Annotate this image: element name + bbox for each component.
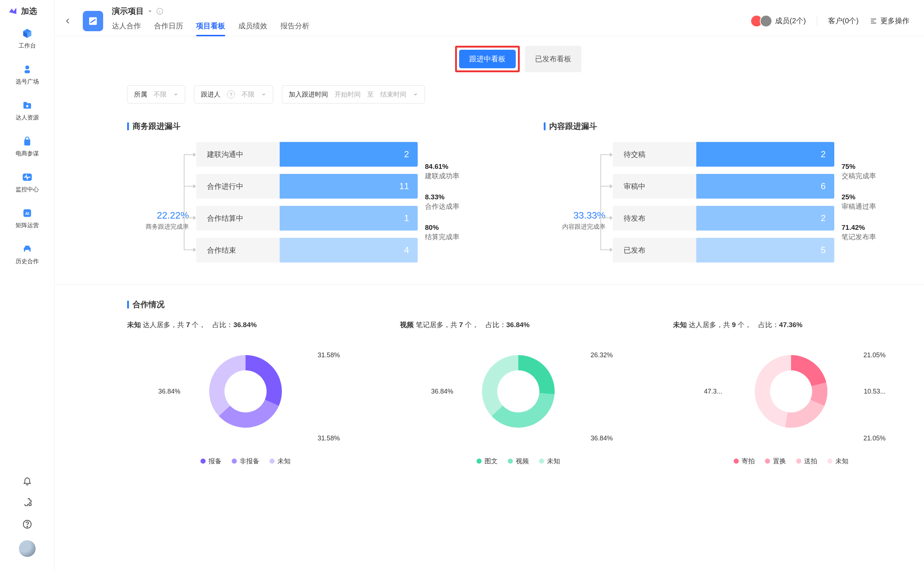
project-title[interactable]: 演示项目 [112, 6, 144, 17]
funnel-stage: 建联沟通中 2 [196, 142, 418, 167]
coop-summaries: 未知 达人居多，共 7 个， 占比：36.84%视频 笔记居多，共 7 个， 占… [127, 320, 909, 329]
stage-label: 待发布 [613, 213, 696, 223]
coop-title: 合作情况 [127, 299, 909, 310]
stage-bar: 2 [696, 206, 834, 231]
connector-lines [184, 154, 194, 250]
puzzle-icon[interactable] [21, 496, 33, 508]
brand-logo[interactable]: 加选 [0, 6, 54, 25]
funnel-metric: 25%审稿通过率 [841, 193, 876, 211]
chevron-down-icon [413, 92, 418, 97]
chevron-down-icon [173, 92, 178, 97]
legend-item[interactable]: 非报备 [232, 457, 259, 466]
svg-text:AI: AI [25, 211, 29, 216]
funnel-stage: 已发布 5 [613, 238, 834, 262]
tab-calendar[interactable]: 合作日历 [154, 18, 183, 36]
donut-chart [195, 340, 296, 442]
coop-summary: 未知 达人居多，共 9 个， 占比：47.36% [673, 320, 909, 329]
legend-item[interactable]: 置换 [765, 457, 786, 466]
legend-item[interactable]: 未知 [827, 457, 849, 466]
member-avatar-2 [760, 15, 772, 27]
funnel-stages: 待交稿 2审稿中 6待发布 2已发布 5 [613, 142, 834, 262]
legend-item[interactable]: 送拍 [796, 457, 817, 466]
bag-icon [21, 135, 34, 148]
legend-item[interactable]: 寄拍 [734, 457, 755, 466]
info-icon[interactable] [156, 8, 163, 15]
nav-plaza[interactable]: 选号广场 [0, 61, 54, 87]
nav-workbench[interactable]: 工作台 [0, 25, 54, 51]
nav-monitor[interactable]: 监控中心 [0, 169, 54, 195]
tab-board[interactable]: 项目看板 [196, 18, 225, 36]
donut-block: 26.32%36.84%36.84%图文视频未知 [400, 337, 636, 466]
brand-icon [7, 6, 18, 17]
tab-talent[interactable]: 达人合作 [112, 18, 141, 36]
board-tabs: 跟进中看板 已发布看板 [127, 46, 909, 72]
stage-label: 已发布 [613, 245, 696, 255]
stage-label: 建联沟通中 [196, 150, 280, 159]
funnel-stage: 审稿中 6 [613, 174, 834, 199]
help-icon[interactable] [21, 518, 33, 530]
donut-block: 21.05%10.53...21.05%47.3...寄拍置换送拍未知 [673, 337, 909, 466]
svg-point-9 [26, 526, 27, 527]
overall-lbl: 商务跟进完成率 [127, 222, 189, 231]
nav-matrix[interactable]: AI 矩阵运营 [0, 205, 54, 231]
funnel-metric: 75%交稿完成率 [841, 162, 876, 181]
legend-item[interactable]: 未知 [270, 457, 290, 466]
stage-bar: 2 [280, 142, 418, 167]
tab-report[interactable]: 报告分析 [280, 18, 310, 36]
legend: 图文视频未知 [400, 457, 636, 466]
bell-icon[interactable] [21, 475, 33, 486]
legend-item[interactable]: 报备 [201, 457, 221, 466]
help-icon: ? [227, 90, 235, 98]
printer-icon [21, 242, 34, 256]
legend-item[interactable]: 图文 [477, 457, 497, 466]
funnel-stage: 合作进行中 11 [196, 174, 418, 199]
filter-owner[interactable]: 所属 不限 [127, 85, 185, 103]
stage-bar: 2 [696, 142, 834, 167]
stage-bar: 1 [280, 206, 418, 231]
funnel-metric: 71.42%笔记发布率 [841, 224, 876, 242]
header: 演示项目 达人合作 合作日历 项目看板 成员绩效 报告分析 成员(2个) [54, 0, 924, 36]
user-avatar[interactable] [19, 540, 35, 557]
donut-label: 31.58% [318, 351, 340, 359]
svg-rect-1 [25, 70, 30, 74]
donut-chart [467, 340, 569, 442]
svg-rect-6 [25, 246, 29, 248]
funnel-business: 商务跟进漏斗 22.22% 商务跟进完成率 [127, 121, 493, 262]
back-button[interactable] [62, 15, 74, 27]
filter-bar: 所属 不限 跟进人 ? 不限 加入跟进时间 开始时间 至 结束时间 [127, 85, 909, 103]
nav-history[interactable]: 历史合作 [0, 241, 54, 267]
sidebar: 加选 工作台 选号广场 达人资源 电商参谋 监控中心 [0, 0, 54, 570]
tab-performance[interactable]: 成员绩效 [238, 18, 267, 36]
caret-down-icon[interactable] [147, 9, 152, 14]
nav-talent[interactable]: 达人资源 [0, 97, 54, 123]
donut-chart [740, 340, 842, 442]
legend-item[interactable]: 视频 [508, 457, 529, 466]
connector-lines [600, 154, 611, 250]
svg-rect-7 [25, 250, 29, 253]
clients-button[interactable]: 客户(0个) [828, 16, 859, 26]
legend: 寄拍置换送拍未知 [673, 457, 909, 466]
funnel-stage: 合作结算中 1 [196, 206, 418, 231]
board-tab-active[interactable]: 跟进中看板 [459, 50, 516, 68]
section-divider [54, 284, 924, 285]
overall-pct: 22.22% [127, 210, 189, 221]
funnels: 商务跟进漏斗 22.22% 商务跟进完成率 [127, 121, 909, 262]
stage-label: 待交稿 [613, 150, 696, 159]
donut-label: 26.32% [591, 351, 613, 359]
more-actions-button[interactable]: 更多操作 [870, 16, 909, 26]
funnel-title: 内容跟进漏斗 [544, 121, 909, 132]
funnel-stages: 建联沟通中 2合作进行中 11合作结算中 1合作结束 4 [196, 142, 418, 262]
donut-label: 47.3... [704, 388, 722, 395]
project-icon [83, 11, 103, 31]
svg-point-0 [25, 65, 29, 69]
stage-bar: 4 [280, 238, 418, 262]
funnel-stage: 待交稿 2 [613, 142, 834, 167]
board-tab-published[interactable]: 已发布看板 [525, 46, 582, 72]
donut-label: 10.53... [864, 388, 886, 395]
members-button[interactable]: 成员(2个) [751, 15, 806, 27]
nav-ecommerce[interactable]: 电商参谋 [0, 133, 54, 159]
filter-follower[interactable]: 跟进人 ? 不限 [194, 85, 273, 103]
funnel-content: 内容跟进漏斗 33.33% 内容跟进完成率 [544, 121, 909, 262]
filter-time[interactable]: 加入跟进时间 开始时间 至 结束时间 [282, 85, 425, 103]
legend-item[interactable]: 未知 [539, 457, 560, 466]
